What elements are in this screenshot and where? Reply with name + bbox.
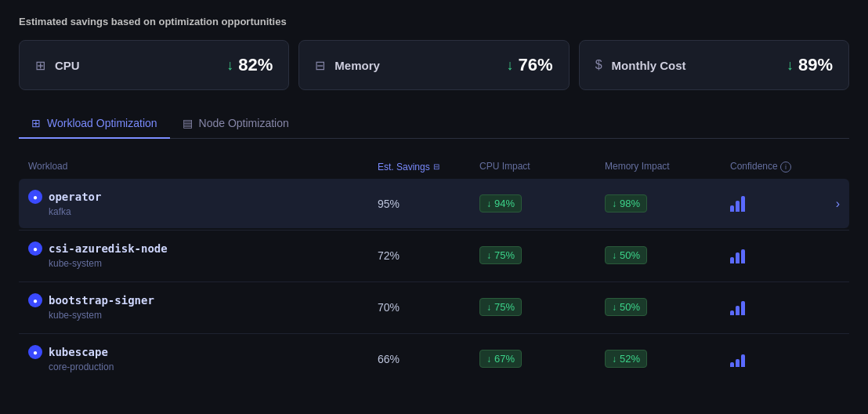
workload-icon: ● bbox=[28, 345, 42, 359]
workload-name: operator bbox=[49, 191, 101, 203]
cpu-impact-cell: ↓ 75% bbox=[479, 298, 605, 316]
metric-card-monthly-cost: $ Monthly Cost ↓ 89% bbox=[579, 40, 849, 90]
table-row[interactable]: ● csi-azuredisk-node kube-system 72% ↓ 7… bbox=[19, 231, 849, 280]
workload-name: csi-azuredisk-node bbox=[49, 242, 168, 255]
monthly-cost-value: ↓ 89% bbox=[787, 55, 833, 75]
memory-impact-badge: ↓ 52% bbox=[605, 350, 647, 368]
workload-name-row: ● kubescape bbox=[28, 345, 378, 359]
bar bbox=[736, 306, 740, 315]
memory-down-arrow: ↓ bbox=[612, 354, 617, 365]
memory-impact-value: 50% bbox=[620, 249, 640, 261]
workload-cell: ● csi-azuredisk-node kube-system bbox=[28, 242, 378, 269]
col-header-memory-impact: Memory Impact bbox=[605, 161, 730, 172]
cpu-impact-badge: ↓ 67% bbox=[479, 350, 522, 368]
table-row[interactable]: ● bootstrap-signer kube-system 70% ↓ 75%… bbox=[19, 282, 849, 332]
bar bbox=[730, 362, 734, 367]
metric-card-memory: ⊟ Memory ↓ 76% bbox=[298, 40, 569, 90]
confidence-cell bbox=[730, 351, 840, 367]
confidence-chart bbox=[730, 196, 745, 212]
col-header-est-savings[interactable]: Est. Savings ⊟ bbox=[378, 161, 479, 172]
col-header-confidence: Confidence i bbox=[730, 161, 840, 172]
memory-impact-badge: ↓ 50% bbox=[605, 246, 647, 264]
metric-card-cpu: ⊞ CPU ↓ 82% bbox=[19, 40, 289, 90]
memory-down-arrow: ↓ bbox=[612, 198, 617, 209]
metrics-row: ⊞ CPU ↓ 82% ⊟ Memory ↓ 76% $ Monthly Cos… bbox=[19, 40, 849, 90]
memory-label: Memory bbox=[335, 59, 497, 72]
confidence-chart bbox=[730, 300, 745, 315]
workload-name-row: ● bootstrap-signer bbox=[28, 293, 378, 307]
bar bbox=[730, 310, 734, 315]
table-body: ● operator kafka 95% ↓ 94% ↓ 98% › ● bbox=[19, 179, 849, 383]
cpu-impact-badge: ↓ 94% bbox=[479, 194, 522, 212]
memory-impact-cell: ↓ 52% bbox=[605, 350, 730, 368]
monthly-cost-icon: $ bbox=[595, 58, 602, 72]
memory-impact-badge: ↓ 50% bbox=[605, 298, 647, 316]
chevron-right-icon: › bbox=[836, 197, 840, 211]
workload-namespace: kafka bbox=[28, 206, 378, 217]
confidence-cell bbox=[730, 248, 840, 263]
tabs-row: ⊞ Workload Optimization ▤ Node Optimizat… bbox=[19, 109, 849, 139]
tab-node-optimization[interactable]: ▤ Node Optimization bbox=[170, 109, 302, 139]
cpu-impact-badge: ↓ 75% bbox=[479, 246, 522, 264]
bar bbox=[736, 359, 740, 367]
filter-icon: ⊟ bbox=[433, 162, 439, 171]
table-row[interactable]: ● operator kafka 95% ↓ 94% ↓ 98% › bbox=[19, 179, 849, 228]
cpu-impact-value: 75% bbox=[494, 249, 515, 261]
cpu-down-arrow: ↓ bbox=[486, 302, 491, 313]
workload-tab-icon: ⊞ bbox=[31, 117, 41, 129]
workload-tab-label: Workload Optimization bbox=[47, 117, 157, 129]
est-savings-value: 72% bbox=[378, 249, 479, 262]
memory-down-arrow: ↓ bbox=[612, 302, 617, 313]
cpu-down-arrow: ↓ bbox=[486, 198, 491, 209]
tab-workload-optimization[interactable]: ⊞ Workload Optimization bbox=[19, 109, 170, 139]
cpu-impact-value: 75% bbox=[494, 301, 515, 313]
memory-impact-value: 98% bbox=[620, 198, 640, 209]
workload-name-row: ● operator bbox=[28, 190, 378, 204]
monthly-cost-label: Monthly Cost bbox=[612, 59, 777, 72]
col-header-cpu-impact: CPU Impact bbox=[479, 161, 605, 172]
memory-icon: ⊟ bbox=[315, 58, 325, 73]
memory-impact-cell: ↓ 50% bbox=[605, 246, 730, 264]
bar bbox=[741, 196, 745, 212]
workload-cell: ● operator kafka bbox=[28, 190, 378, 217]
workload-namespace: kube-system bbox=[28, 258, 378, 269]
workload-icon: ● bbox=[28, 242, 42, 256]
workload-icon: ● bbox=[28, 190, 42, 204]
workload-cell: ● bootstrap-signer kube-system bbox=[28, 293, 378, 321]
table-row[interactable]: ● kubescape core-production 66% ↓ 67% ↓ … bbox=[19, 334, 849, 383]
confidence-chart bbox=[730, 248, 745, 263]
table-header: Workload Est. Savings ⊟ CPU Impact Memor… bbox=[19, 154, 849, 179]
cpu-down-arrow: ↓ bbox=[486, 250, 491, 261]
workload-namespace: kube-system bbox=[28, 310, 378, 321]
bar bbox=[736, 252, 740, 263]
est-savings-value: 70% bbox=[378, 301, 479, 314]
confidence-cell bbox=[730, 300, 840, 315]
bar bbox=[741, 249, 745, 263]
cpu-down-arrow: ↓ bbox=[486, 354, 491, 365]
bar bbox=[741, 354, 745, 367]
cpu-icon: ⊞ bbox=[35, 58, 45, 73]
bar bbox=[730, 257, 734, 263]
memory-percent: 76% bbox=[519, 55, 553, 75]
cpu-impact-value: 67% bbox=[494, 353, 515, 365]
monthly-cost-percent: 89% bbox=[798, 55, 833, 75]
cpu-label: CPU bbox=[55, 59, 217, 72]
est-savings-value: 66% bbox=[378, 353, 479, 365]
confidence-cell: › bbox=[730, 196, 840, 212]
memory-impact-value: 52% bbox=[620, 353, 640, 365]
cpu-value: ↓ 82% bbox=[226, 55, 273, 75]
col-header-workload: Workload bbox=[28, 161, 378, 172]
bar bbox=[741, 301, 745, 315]
page-title: Estimated savings based on optimization … bbox=[19, 16, 849, 27]
cpu-impact-badge: ↓ 75% bbox=[479, 298, 522, 316]
cpu-arrow: ↓ bbox=[226, 57, 233, 74]
workload-name-row: ● csi-azuredisk-node bbox=[28, 242, 378, 256]
memory-impact-cell: ↓ 50% bbox=[605, 298, 730, 316]
workload-name: bootstrap-signer bbox=[49, 294, 154, 307]
bar bbox=[730, 205, 734, 212]
memory-impact-value: 50% bbox=[620, 301, 640, 313]
memory-arrow: ↓ bbox=[507, 57, 514, 74]
confidence-info-icon: i bbox=[780, 162, 791, 172]
bar bbox=[736, 201, 740, 212]
cpu-impact-value: 94% bbox=[494, 198, 515, 209]
